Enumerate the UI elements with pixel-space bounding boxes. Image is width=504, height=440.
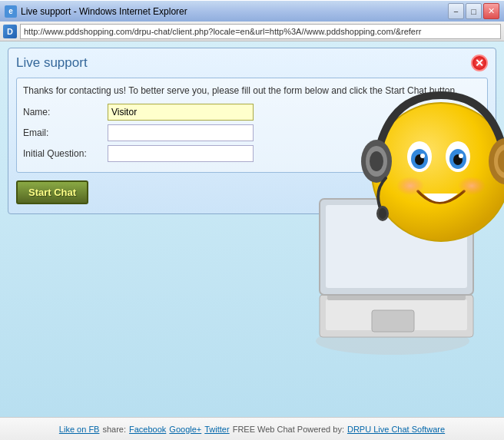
titlebar: e Live support - Windows Internet Explor… [0, 0, 504, 22]
footer: Like on FB share: Facebook Google+ Twitt… [0, 417, 504, 440]
name-input[interactable] [108, 104, 254, 121]
window-title: Live support - Windows Internet Explorer [21, 6, 448, 17]
maximize-button[interactable]: □ [466, 3, 482, 19]
mascot-svg [304, 57, 504, 364]
share-label: share: [102, 425, 126, 434]
question-input[interactable] [108, 145, 254, 162]
twitter-link[interactable]: Twitter [204, 425, 229, 434]
address-icon: D [3, 25, 17, 38]
addressbar: D [0, 22, 504, 41]
svg-rect-6 [372, 310, 414, 332]
name-label: Name: [23, 107, 108, 117]
facebook-link[interactable]: Facebook [129, 425, 166, 434]
start-chat-button[interactable]: Start Chat [16, 180, 88, 204]
window-close-button[interactable]: ✕ [483, 3, 499, 19]
email-label: Email: [23, 127, 108, 138]
window-controls: − □ ✕ [448, 3, 499, 19]
minimize-button[interactable]: − [448, 3, 464, 19]
address-input[interactable] [20, 24, 501, 39]
svg-point-17 [458, 177, 486, 195]
panel-title: Live support [16, 55, 88, 71]
svg-point-16 [396, 177, 424, 195]
googleplus-link[interactable]: Google+ [169, 425, 201, 434]
drpu-link[interactable]: DRPU Live Chat Software [347, 425, 445, 434]
svg-point-11 [420, 154, 425, 158]
mascot-container [304, 57, 489, 349]
svg-point-15 [459, 154, 463, 158]
svg-point-20 [370, 151, 383, 171]
svg-point-25 [379, 208, 386, 219]
powered-by-text: FREE Web Chat Powered by: [233, 425, 344, 434]
email-input[interactable] [108, 124, 254, 141]
question-label: Initial Question: [23, 148, 108, 159]
browser-icon: e [5, 5, 17, 18]
main-content: Live support ✕ Thanks for contacting us!… [0, 41, 504, 417]
like-on-fb-link[interactable]: Like on FB [59, 425, 100, 434]
